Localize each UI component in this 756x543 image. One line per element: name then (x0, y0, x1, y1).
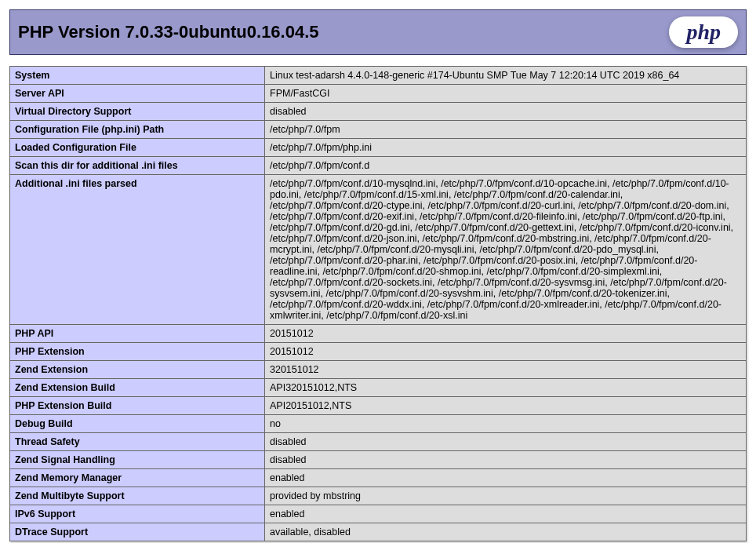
config-value: no (265, 415, 747, 433)
table-row: Zend Multibyte Supportprovided by mbstri… (10, 487, 747, 505)
config-value: enabled (265, 505, 747, 523)
config-value: Linux test-adarsh 4.4.0-148-generic #174… (265, 67, 747, 85)
config-value: API320151012,NTS (265, 379, 747, 397)
table-row: Thread Safetydisabled (10, 433, 747, 451)
config-value: 20151012 (265, 325, 747, 343)
table-row: DTrace Supportavailable, disabled (10, 523, 747, 541)
table-row: Additional .ini files parsed/etc/php/7.0… (10, 175, 747, 325)
config-key: PHP Extension (10, 343, 265, 361)
table-row: Server APIFPM/FastCGI (10, 85, 747, 103)
config-value: disabled (265, 433, 747, 451)
config-key: Server API (10, 85, 265, 103)
table-row: PHP Extension BuildAPI20151012,NTS (10, 397, 747, 415)
table-row: Debug Buildno (10, 415, 747, 433)
config-value: disabled (265, 103, 747, 121)
config-value: API20151012,NTS (265, 397, 747, 415)
config-key: Zend Signal Handling (10, 451, 265, 469)
config-value: enabled (265, 469, 747, 487)
table-row: IPv6 Supportenabled (10, 505, 747, 523)
table-row: Scan this dir for additional .ini files/… (10, 157, 747, 175)
table-row: Zend Signal Handlingdisabled (10, 451, 747, 469)
table-row: Zend Extension BuildAPI320151012,NTS (10, 379, 747, 397)
config-key: PHP API (10, 325, 265, 343)
table-row: SystemLinux test-adarsh 4.4.0-148-generi… (10, 67, 747, 85)
config-key: PHP Extension Build (10, 397, 265, 415)
table-row: PHP API20151012 (10, 325, 747, 343)
config-key: DTrace Support (10, 523, 265, 541)
config-value: /etc/php/7.0/fpm/conf.d (265, 157, 747, 175)
php-logo-icon: php (669, 16, 738, 48)
table-row: Virtual Directory Supportdisabled (10, 103, 747, 121)
config-key: Virtual Directory Support (10, 103, 265, 121)
config-value: /etc/php/7.0/fpm/php.ini (265, 139, 747, 157)
phpinfo-header: PHP Version 7.0.33-0ubuntu0.16.04.5 php (9, 9, 747, 55)
config-key: System (10, 67, 265, 85)
config-value: provided by mbstring (265, 487, 747, 505)
table-row: PHP Extension20151012 (10, 343, 747, 361)
table-row: Zend Memory Managerenabled (10, 469, 747, 487)
config-key: Additional .ini files parsed (10, 175, 265, 325)
config-value: available, disabled (265, 523, 747, 541)
config-key: Loaded Configuration File (10, 139, 265, 157)
config-value: /etc/php/7.0/fpm (265, 121, 747, 139)
config-key: Scan this dir for additional .ini files (10, 157, 265, 175)
config-key: Debug Build (10, 415, 265, 433)
config-key: IPv6 Support (10, 505, 265, 523)
config-value: disabled (265, 451, 747, 469)
config-key: Thread Safety (10, 433, 265, 451)
php-version-title: PHP Version 7.0.33-0ubuntu0.16.04.5 (18, 22, 319, 42)
config-key: Zend Extension Build (10, 379, 265, 397)
config-key: Zend Memory Manager (10, 469, 265, 487)
config-value: 20151012 (265, 343, 747, 361)
config-value: FPM/FastCGI (265, 85, 747, 103)
config-value: 320151012 (265, 361, 747, 379)
config-key: Zend Multibyte Support (10, 487, 265, 505)
phpinfo-table: SystemLinux test-adarsh 4.4.0-148-generi… (9, 66, 747, 541)
table-row: Loaded Configuration File/etc/php/7.0/fp… (10, 139, 747, 157)
table-row: Zend Extension320151012 (10, 361, 747, 379)
config-key: Configuration File (php.ini) Path (10, 121, 265, 139)
table-row: Configuration File (php.ini) Path/etc/ph… (10, 121, 747, 139)
config-value: /etc/php/7.0/fpm/conf.d/10-mysqlnd.ini, … (265, 175, 747, 325)
config-key: Zend Extension (10, 361, 265, 379)
